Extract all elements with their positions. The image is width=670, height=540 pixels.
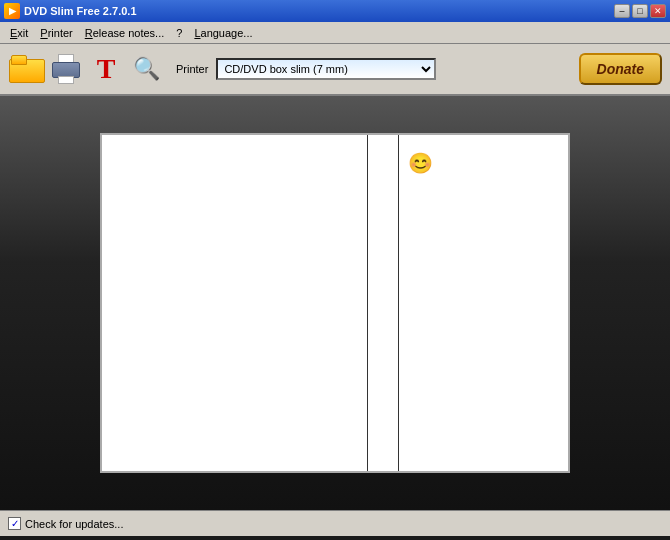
minimize-button[interactable]: –	[614, 4, 630, 18]
donate-button[interactable]: Donate	[579, 53, 662, 85]
menu-help[interactable]: ?	[170, 25, 188, 41]
title-bar-text: DVD Slim Free 2.7.0.1	[24, 5, 137, 17]
update-checkbox[interactable]: ✓	[8, 517, 21, 530]
title-bar: ▶ DVD Slim Free 2.7.0.1 – □ ✕	[0, 0, 670, 22]
text-icon: T	[97, 55, 116, 83]
maximize-button[interactable]: □	[632, 4, 648, 18]
smiley-icon: 😊	[408, 151, 433, 175]
menu-release-notes[interactable]: Release notes...	[79, 25, 171, 41]
title-bar-buttons: – □ ✕	[614, 4, 666, 18]
checkbox-area: ✓ Check for updates...	[8, 517, 123, 530]
search-icon: 🔍	[133, 56, 160, 82]
search-button[interactable]: 🔍	[128, 51, 164, 87]
cover-panel	[102, 135, 368, 471]
close-button[interactable]: ✕	[650, 4, 666, 18]
bottom-bar: ✓ Check for updates...	[0, 510, 670, 536]
spine-divider	[398, 135, 399, 471]
open-folder-button[interactable]	[8, 51, 44, 87]
folder-icon	[9, 55, 43, 83]
main-area: 😊	[0, 96, 670, 510]
app-icon: ▶	[4, 3, 20, 19]
title-bar-left: ▶ DVD Slim Free 2.7.0.1	[4, 3, 137, 19]
update-checkbox-label: Check for updates...	[25, 518, 123, 530]
menu-exit[interactable]: Exit	[4, 25, 34, 41]
toolbar: T 🔍 Printer CD/DVD box slim (7 mm) CD/DV…	[0, 44, 670, 96]
canvas-area: 😊	[100, 133, 570, 473]
spine-panel: 😊	[368, 135, 568, 471]
printer-icon	[50, 54, 82, 84]
printer-label: Printer	[176, 63, 208, 75]
menu-printer[interactable]: Printer	[34, 25, 78, 41]
print-button[interactable]	[48, 51, 84, 87]
menu-bar: Exit Printer Release notes... ? Language…	[0, 22, 670, 44]
menu-language[interactable]: Language...	[188, 25, 258, 41]
printer-select[interactable]: CD/DVD box slim (7 mm) CD/DVD box standa…	[216, 58, 436, 80]
text-tool-button[interactable]: T	[88, 51, 124, 87]
status-bar: Title	[0, 536, 670, 540]
